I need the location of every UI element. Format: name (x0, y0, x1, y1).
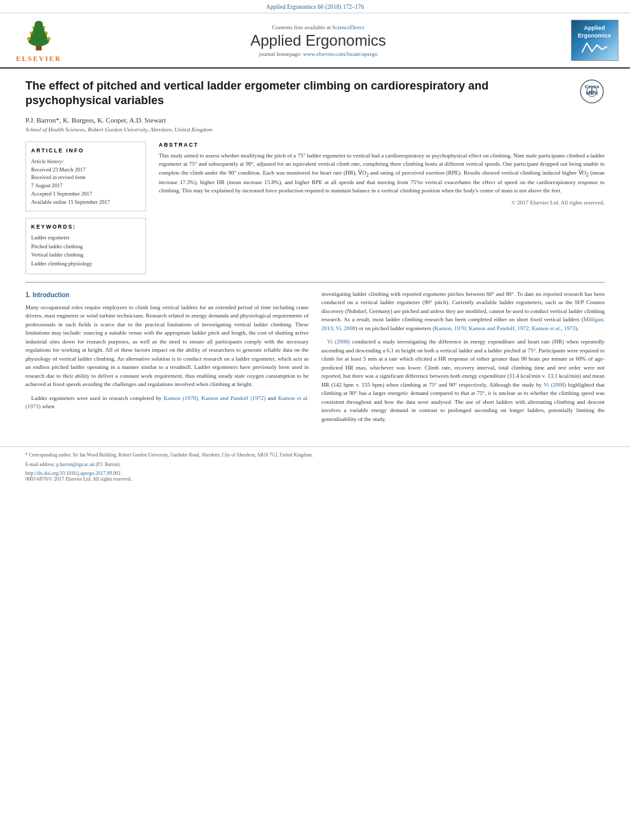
abstract-text: This study aimed to assess whether modif… (159, 152, 605, 196)
footnote-text: * Corresponding author. Sir Ian Wood Bui… (25, 452, 605, 459)
homepage-link[interactable]: www.elsevier.com/locate/apergo (303, 51, 377, 57)
svg-point-10 (43, 26, 45, 29)
journal-citation: Applied Ergonomics 66 (2018) 172–176 (266, 4, 364, 10)
logo-text-ergonomics: Ergonomics (578, 32, 611, 40)
affiliation: School of Health Sciences, Robert Gordon… (25, 126, 605, 133)
elsevier-brand: ELSEVIER (16, 55, 62, 62)
right-para-1: investigating ladder climbing with repor… (321, 290, 605, 333)
right-column: ABSTRACT This study aimed to assess whet… (159, 142, 605, 274)
journal-top-bar: Applied Ergonomics 66 (2018) 172–176 (0, 0, 630, 13)
authors: P.J. Barron*, K. Burgess, K. Cooper, A.D… (25, 116, 605, 124)
intro-para-2: Ladder ergometers were used in research … (25, 394, 309, 411)
logo-text-applied: Applied (584, 25, 605, 32)
svg-point-7 (30, 32, 33, 35)
svg-point-4 (35, 21, 43, 28)
article-info-content: Article history: Received 23 March 2017 … (31, 157, 140, 206)
doi-anchor[interactable]: http://dx.doi.org/10.1016/j.apergo.2017.… (25, 470, 121, 476)
doi-link: http://dx.doi.org/10.1016/j.apergo.2017.… (25, 470, 605, 476)
vi-2008-link[interactable]: Vi (2008) (327, 338, 350, 345)
email-link[interactable]: p.barron@rgu.ac.uk (57, 462, 95, 467)
article-title: The effect of pitched and vertical ladde… (25, 79, 605, 109)
abstract-heading: ABSTRACT (159, 142, 605, 148)
journal-logo-box: Applied Ergonomics (569, 20, 620, 61)
svg-point-6 (47, 37, 51, 40)
body-right-col: investigating ladder climbing with repor… (321, 290, 605, 429)
journal-homepage: journal homepage: www.elsevier.com/locat… (74, 51, 563, 57)
kamon-1970-link[interactable]: Kamon (1970), Kamon and Pandolf (1972) (164, 395, 265, 401)
abstract-section: ABSTRACT This study aimed to assess whet… (159, 142, 605, 206)
header-section: ELSEVIER Contents lists available at Sci… (0, 13, 630, 69)
right-para-2: Vi (2008) conducted a study investigatin… (321, 338, 605, 423)
svg-point-8 (45, 32, 48, 35)
svg-point-5 (27, 37, 31, 40)
article-info-abstract-row: ARTICLE INFO Article history: Received 2… (25, 142, 605, 274)
intro-section-title: 1. Introduction (25, 290, 309, 300)
crossmark-icon[interactable]: Cross Mark (579, 79, 605, 104)
body-left-col: 1. Introduction Many occupational roles … (25, 290, 309, 429)
revised-date: 7 August 2017 (31, 182, 140, 190)
history-label: Article history: (31, 158, 64, 164)
received-date: Received 23 March 2017 (31, 166, 140, 174)
journal-title: Applied Ergonomics (74, 32, 563, 50)
left-column: ARTICLE INFO Article history: Received 2… (25, 142, 146, 274)
svg-point-9 (32, 26, 35, 29)
keywords-heading: Keywords: (31, 223, 140, 230)
section-divider (25, 282, 605, 283)
intro-para-1: Many occupational roles require employee… (25, 303, 309, 389)
article-info-heading: ARTICLE INFO (31, 147, 140, 154)
footer-copyright: 0003-6870/© 2017 Elsevier Ltd. All right… (25, 476, 605, 482)
page: Applied Ergonomics 66 (2018) 172–176 (0, 0, 630, 840)
elsevier-logo: ELSEVIER (10, 18, 67, 62)
header-center: Contents lists available at ScienceDirec… (74, 24, 563, 57)
body-columns: 1. Introduction Many occupational roles … (25, 290, 605, 429)
sciencedirect-link[interactable]: ScienceDirect (332, 24, 364, 30)
vi-2008-link-2[interactable]: Vi (2008) (544, 382, 566, 388)
keywords-box: Keywords: Ladder ergometer Pitched ladde… (25, 218, 146, 274)
footer-section: * Corresponding author. Sir Ian Wood Bui… (0, 446, 630, 487)
kamon-refs-link[interactable]: Kamon, 1970; Kamon and Pandolf, 1972; Ka… (434, 325, 575, 331)
logo-wave-icon (582, 40, 607, 56)
journal-logo-image: Applied Ergonomics (571, 20, 619, 61)
keyword-1: Ladder ergometer (31, 234, 140, 243)
copyright-line: © 2017 Elsevier Ltd. All rights reserved… (159, 199, 605, 206)
revised-label: Received in revised form (31, 173, 140, 182)
article-info-box: ARTICLE INFO Article history: Received 2… (25, 142, 146, 212)
email-footnote: E-mail address: p.barron@rgu.ac.uk (P.J.… (25, 462, 605, 469)
accepted-date: Accepted 1 September 2017 (31, 190, 140, 198)
elsevier-tree-icon (17, 18, 61, 53)
contents-line: Contents lists available at ScienceDirec… (74, 24, 563, 30)
article-content: The effect of pitched and vertical ladde… (0, 69, 630, 439)
available-date: Available online 15 September 2017 (31, 198, 140, 206)
keyword-4: Ladder climbing physiology (31, 260, 140, 269)
keyword-3: Vertical ladder climbing (31, 251, 140, 260)
keyword-2: Pitched ladder climbing (31, 243, 140, 251)
